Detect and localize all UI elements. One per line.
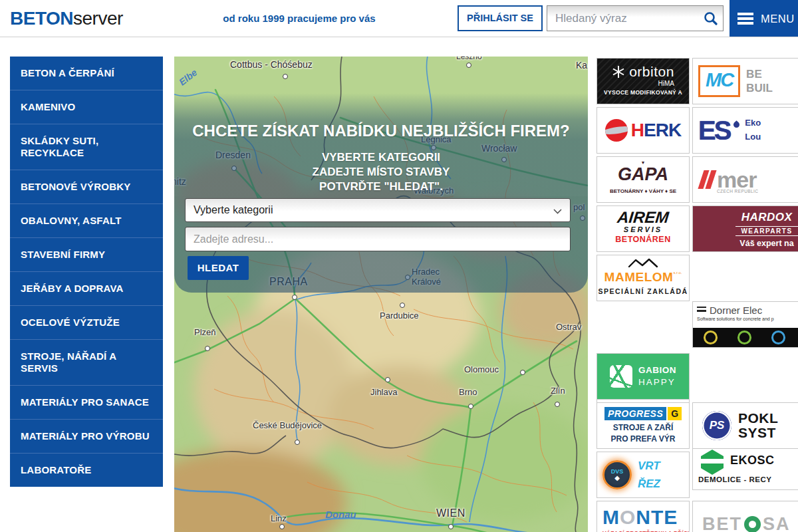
map-city-dot (555, 402, 560, 407)
header: BETONserver od roku 1999 pracujeme pro v… (0, 0, 798, 37)
hamburger-icon (737, 13, 753, 27)
sidebar-item[interactable]: MATERIÁLY PRO VÝROBU (10, 419, 163, 453)
overlay-instructions: VYBERTE KATEGORII ZADEJTE MÍSTO STAVBY P… (174, 150, 588, 194)
sidebar-item[interactable]: MATERIÁLY PRO SANACE (10, 385, 163, 419)
map-city-label: WIEN (436, 507, 466, 519)
map-river-label: Donau (325, 509, 356, 520)
hledat-button[interactable]: HLEDAT (188, 256, 249, 280)
herk-circle-icon (605, 119, 628, 142)
map-city-dot (283, 74, 288, 79)
map-city-dot (448, 524, 454, 529)
site-logo[interactable]: BETONserver (10, 8, 123, 29)
map-region: Cottbus - ChóśebuzLesznoKaElbeDresdenLeg… (174, 57, 588, 532)
sponsor-logo-dorner-electronic[interactable]: Dorner Elec Software solutions for concr… (692, 301, 798, 348)
sponsor-logo-dvs[interactable]: DVS◆ VRTŘEZ (597, 452, 690, 498)
sidebar-item[interactable]: OCELOVÉ VÝZTUŽE (10, 305, 163, 339)
gabion-stone-icon (610, 365, 632, 388)
sponsor-logo-orbiton-hima[interactable]: orbiton HiMA VYSOCE MODIFIKOVANÝ A (597, 58, 690, 104)
snowflake-icon (612, 65, 625, 78)
address-input[interactable] (185, 227, 571, 251)
map-city-label: Cottbus - Chóśebuz (230, 59, 313, 70)
category-select[interactable]: Vyberte kategorii (185, 198, 571, 222)
map-city-dot (466, 63, 471, 68)
map-city-label: Brno (459, 388, 477, 398)
logo-beton: BETON (10, 8, 73, 29)
map-city-dot (520, 370, 525, 375)
bars-icon (697, 307, 706, 314)
droplet-icon (732, 120, 741, 129)
sponsor-logo-mc[interactable]: MC BEBUIL (692, 58, 798, 104)
map-city-label: Ostrav (556, 323, 581, 332)
mountains-icon (628, 258, 658, 268)
sponsor-logo-betosan[interactable]: BET SA (692, 501, 798, 532)
sidebar-item[interactable]: OBALOVNY, ASFALT (10, 203, 163, 237)
search-input[interactable] (547, 5, 724, 31)
overlay-line-1: VYBERTE KATEGORII (174, 150, 588, 165)
map-city-dot (205, 346, 210, 351)
hexagon-icon (701, 450, 724, 475)
header-search (547, 5, 724, 31)
sidebar-menu: BETON A ČERPÁNÍKAMENIVOSKLÁDKY SUTI, REC… (10, 57, 163, 487)
dvs-ring-icon: DVS◆ (602, 460, 632, 489)
sponsor-logo-airem-servis[interactable]: AIREM SERVIS BETONÁREN (597, 205, 690, 252)
sponsor-logo-es[interactable]: ES EkoLou (692, 107, 798, 154)
tagline: od roku 1999 pracujeme pro vás (200, 13, 399, 24)
sponsor-logo-gabion-happy[interactable]: GABIONHAPPY (597, 353, 690, 400)
map-city-dot (292, 295, 297, 300)
map-river-label: Elbe (177, 67, 199, 88)
sponsor-logo-panel: orbiton HiMA VYSOCE MODIFIKOVANÝ A MC BE… (597, 58, 798, 532)
map-city-label: Jihlava (370, 388, 397, 398)
search-icon[interactable] (704, 11, 718, 28)
overlay-line-2: ZADEJTE MÍSTO STAVBY (174, 165, 588, 180)
sponsor-logo-gapa[interactable]: ▼ GAPA BETONÁRNY ♦ VÁHY ♦ SE (597, 156, 690, 203)
sponsor-logo-meri[interactable]: mer CZECH REPUBLIC (692, 156, 798, 203)
sponsor-logo-herk[interactable]: HERK (597, 107, 690, 154)
gauges-image (693, 328, 798, 347)
green-ring-icon (744, 516, 761, 532)
menu-button[interactable]: MENU (730, 0, 798, 37)
map-city-dot (468, 404, 473, 409)
sidebar-item[interactable]: STAVEBNÍ FIRMY (10, 237, 163, 271)
map-city-label: Linz (271, 514, 287, 524)
map-city-label: Pardubice (380, 311, 419, 321)
overlay-title: CHCETE ZÍSKAT NABÍDKU NEJBLIŽŠÍCH FIREM? (174, 122, 588, 140)
map-city-label: Olomouc (464, 365, 499, 375)
chevron-down-icon (553, 209, 562, 214)
map-city-label: Leszno (456, 57, 482, 62)
sidebar-item[interactable]: SKLÁDKY SUTI, RECYKLACE (10, 124, 163, 170)
login-button[interactable]: PŘIHLÁSIT SE (458, 5, 543, 31)
sidebar-item[interactable]: JEŘÁBY A DOPRAVA (10, 271, 163, 305)
map-city-dot (385, 377, 390, 382)
map-city-dot (279, 524, 285, 529)
sponsor-logo-hardox[interactable]: HARDOX WEARPARTS Váš expert na (692, 205, 798, 252)
logo-server: server (73, 8, 123, 29)
ps-circle-icon: PS (702, 411, 732, 440)
overlay-line-3: POTVRĎTE "HLEDAT". (174, 180, 588, 194)
map-city-label: Ka (576, 60, 587, 70)
map-city-label: České Budějovice (253, 421, 322, 431)
sponsor-logo-poklop-system[interactable]: PS POKLSYST (692, 402, 798, 449)
map-city-label: Zlín (551, 386, 565, 396)
sidebar-item[interactable]: KAMENIVO (10, 90, 163, 124)
sponsor-logo-monte[interactable]: MONTE VÁZACÍ PROSTŘEDKY A PŘÍSL (597, 501, 690, 532)
sponsor-logo-ekosc[interactable]: EKOSC DEMOLICE - RECY (692, 444, 798, 490)
sidebar-item[interactable]: BETON A ČERPÁNÍ (10, 57, 163, 90)
sidebar-item[interactable]: BETONOVÉ VÝROBKY (10, 170, 163, 203)
sponsor-logo-progress-group[interactable]: PROGRESSG STROJE A ZAŘÍPRO PREFA VÝR (597, 402, 690, 449)
sidebar-item[interactable]: LABORATOŘE (10, 453, 163, 487)
menu-label: MENU (761, 13, 795, 25)
map-city-dot (400, 303, 405, 308)
sponsor-logo-mamelom[interactable]: MAMELOMs.r.o. SPECIÁLNÍ ZAKLÁDÁ (597, 255, 690, 301)
sidebar-item[interactable]: STROJE, NÁŘADÍ A SERVIS (10, 339, 163, 385)
map-city-dot (295, 440, 300, 445)
red-bars-icon (701, 170, 714, 189)
map-city-label: Plzeň (194, 328, 216, 338)
betonserver-page: BETONserver od roku 1999 pracujeme pro v… (0, 0, 798, 532)
category-select-value: Vyberte kategorii (194, 204, 273, 215)
